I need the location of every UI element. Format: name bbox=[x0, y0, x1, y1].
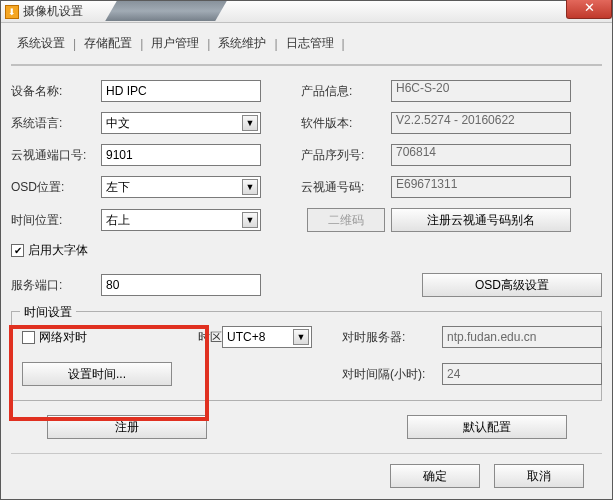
chevron-down-icon: ▼ bbox=[242, 115, 258, 131]
select-timezone[interactable]: UTC+8 ▼ bbox=[222, 326, 312, 348]
checkbox-big-font[interactable]: ✔ 启用大字体 bbox=[11, 242, 602, 259]
service-port-row: 服务端口: OSD高级设置 bbox=[11, 273, 602, 297]
button-register[interactable]: 注册 bbox=[47, 415, 207, 439]
button-set-time[interactable]: 设置时间... bbox=[22, 362, 172, 386]
label-system-lang: 系统语言: bbox=[11, 115, 101, 132]
value-product-info: H6C-S-20 bbox=[391, 80, 571, 102]
button-register-alias[interactable]: 注册云视通号码别名 bbox=[391, 208, 571, 232]
label-sw-version: 软件版本: bbox=[301, 115, 391, 132]
close-button[interactable]: ✕ bbox=[566, 0, 612, 19]
client-area: 系统设置| 存储配置| 用户管理| 系统维护| 日志管理| 设备名称: 产品信息… bbox=[1, 23, 612, 499]
chevron-down-icon: ▼ bbox=[293, 329, 309, 345]
value-product-sn: 706814 bbox=[391, 144, 571, 166]
form-grid: 设备名称: 产品信息: H6C-S-20 系统语言: 中文 ▼ 软件版本: V2… bbox=[11, 80, 602, 232]
label-device-name: 设备名称: bbox=[11, 83, 101, 100]
select-system-lang-value: 中文 bbox=[106, 115, 130, 132]
tab-users[interactable]: 用户管理 bbox=[145, 31, 205, 56]
select-time-pos-value: 右上 bbox=[106, 212, 130, 229]
button-cancel[interactable]: 取消 bbox=[494, 464, 584, 488]
label-ntp-server: 对时服务器: bbox=[342, 329, 442, 346]
button-default-config[interactable]: 默认配置 bbox=[407, 415, 567, 439]
checkbox-big-font-label: 启用大字体 bbox=[28, 242, 88, 259]
checkbox-box bbox=[22, 331, 35, 344]
label-ntp-interval: 对时间隔(小时): bbox=[342, 366, 442, 383]
checkbox-ntp-label: 网络对时 bbox=[39, 329, 87, 346]
group-time-settings: 时间设置 网络对时 时区 UTC+8 ▼ 对时服务器: 设置时间... bbox=[11, 311, 602, 401]
checkbox-box: ✔ bbox=[11, 244, 24, 257]
label-osd-pos: OSD位置: bbox=[11, 179, 101, 196]
label-cloud-id: 云视通号码: bbox=[301, 179, 391, 196]
select-time-pos[interactable]: 右上 ▼ bbox=[101, 209, 261, 231]
chevron-down-icon: ▼ bbox=[242, 179, 258, 195]
tab-log[interactable]: 日志管理 bbox=[280, 31, 340, 56]
window-title: 摄像机设置 bbox=[23, 3, 83, 20]
dialog-button-row: 确定 取消 bbox=[11, 453, 602, 488]
input-device-name[interactable] bbox=[101, 80, 261, 102]
select-osd-pos-value: 左下 bbox=[106, 179, 130, 196]
label-cloud-port: 云视通端口号: bbox=[11, 147, 101, 164]
titlebar: ⬇ 摄像机设置 ✕ bbox=[1, 1, 612, 23]
button-qrcode[interactable]: 二维码 bbox=[307, 208, 385, 232]
input-service-port[interactable] bbox=[101, 274, 261, 296]
tab-underline bbox=[11, 64, 602, 66]
input-ntp-interval[interactable] bbox=[442, 363, 602, 385]
label-product-sn: 产品序列号: bbox=[301, 147, 391, 164]
tab-bar: 系统设置| 存储配置| 用户管理| 系统维护| 日志管理| bbox=[11, 31, 602, 56]
tab-system[interactable]: 系统设置 bbox=[11, 31, 71, 56]
select-timezone-value: UTC+8 bbox=[227, 330, 265, 344]
value-cloud-id: E69671311 bbox=[391, 176, 571, 198]
label-tz: 时区 bbox=[192, 329, 222, 346]
checkbox-ntp[interactable]: 网络对时 bbox=[22, 329, 192, 346]
tab-maint[interactable]: 系统维护 bbox=[212, 31, 272, 56]
button-ok[interactable]: 确定 bbox=[390, 464, 480, 488]
select-osd-pos[interactable]: 左下 ▼ bbox=[101, 176, 261, 198]
chevron-down-icon: ▼ bbox=[242, 212, 258, 228]
input-ntp-server[interactable] bbox=[442, 326, 602, 348]
label-time-pos: 时间位置: bbox=[11, 212, 101, 229]
value-sw-version: V2.2.5274 - 20160622 bbox=[391, 112, 571, 134]
select-system-lang[interactable]: 中文 ▼ bbox=[101, 112, 261, 134]
input-cloud-port[interactable] bbox=[101, 144, 261, 166]
button-osd-advanced[interactable]: OSD高级设置 bbox=[422, 273, 602, 297]
settings-window: ⬇ 摄像机设置 ✕ 系统设置| 存储配置| 用户管理| 系统维护| 日志管理| … bbox=[0, 0, 613, 500]
app-icon: ⬇ bbox=[5, 5, 19, 19]
group-title-time: 时间设置 bbox=[20, 304, 76, 321]
label-product-info: 产品信息: bbox=[301, 83, 391, 100]
label-service-port: 服务端口: bbox=[11, 277, 93, 294]
mid-button-row: 注册 默认配置 bbox=[11, 415, 602, 439]
tab-storage[interactable]: 存储配置 bbox=[78, 31, 138, 56]
titlebar-decoration bbox=[105, 1, 227, 21]
